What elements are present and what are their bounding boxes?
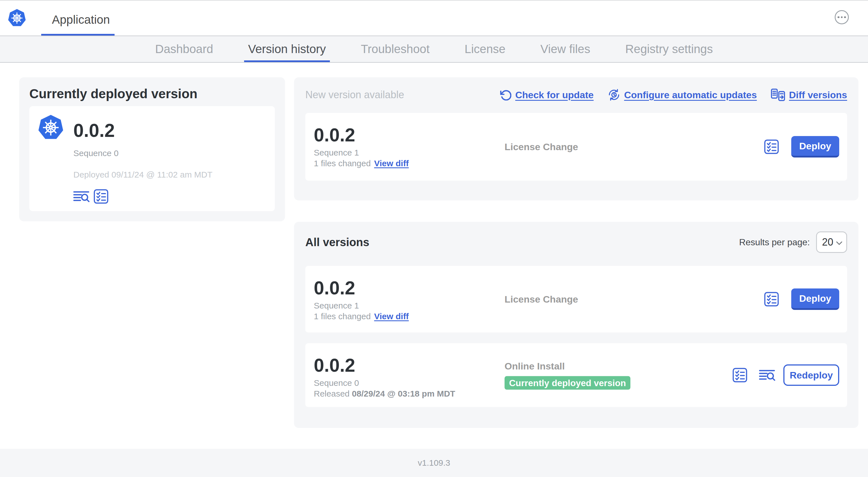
release-notes-icon[interactable]: [733, 368, 747, 383]
logs-icon[interactable]: [73, 191, 90, 202]
sequence-label: Sequence 0: [314, 378, 455, 388]
release-notes-icon[interactable]: [764, 292, 779, 306]
version-source-label: Online Install: [504, 361, 630, 372]
deployed-timestamp: Deployed 09/11/24 @ 11:02 am MDT: [73, 169, 213, 180]
new-version-panel: New version available Check for update C…: [294, 77, 859, 200]
files-changed-label: 1 files changed: [314, 159, 371, 168]
tab-view-files[interactable]: View files: [536, 36, 594, 62]
diff-versions-link[interactable]: Diff versions: [771, 89, 847, 101]
results-per-page-select[interactable]: 20: [816, 232, 847, 253]
diff-icon: [771, 89, 785, 101]
tab-version-history[interactable]: Version history: [244, 36, 330, 62]
refresh-icon: [500, 89, 511, 100]
tab-dashboard[interactable]: Dashboard: [151, 36, 217, 62]
version-number: 0.0.2: [314, 124, 409, 146]
results-per-page-label: Results per page:: [739, 237, 810, 247]
released-timestamp: 08/29/24 @ 03:18 pm MDT: [352, 389, 455, 398]
main-content: Currently deployed version 0.0.2 Sequenc…: [0, 63, 868, 449]
secondary-nav: Dashboard Version history Troubleshoot L…: [0, 35, 868, 63]
currently-deployed-panel: Currently deployed version 0.0.2 Sequenc…: [19, 77, 285, 221]
all-versions-heading: All versions: [305, 236, 739, 249]
version-number: 0.0.2: [314, 277, 409, 299]
version-row: 0.0.2 Sequence 1 1 files changedView dif…: [305, 266, 847, 332]
app-tab-active-indicator: [41, 34, 115, 35]
configure-automatic-updates-link[interactable]: Configure automatic updates: [608, 89, 757, 101]
currently-deployed-heading: Currently deployed version: [29, 86, 285, 101]
currently-deployed-card: 0.0.2 Sequence 0 Deployed 09/11/24 @ 11:…: [29, 106, 275, 211]
release-notes-icon[interactable]: [94, 189, 108, 204]
view-diff-link[interactable]: View diff: [374, 311, 409, 321]
all-versions-panel: All versions Results per page: 20 0.0.2 …: [294, 222, 859, 428]
footer: v1.109.3: [0, 449, 868, 477]
chevron-down-icon: [836, 241, 842, 245]
deploy-button[interactable]: Deploy: [791, 136, 839, 157]
sequence-label: Sequence 0: [73, 148, 213, 159]
version-number: 0.0.2: [314, 355, 455, 376]
files-changed-label: 1 files changed: [314, 311, 371, 321]
released-label: Released: [314, 389, 352, 398]
logs-icon[interactable]: [759, 369, 775, 381]
version-number: 0.0.2: [73, 120, 213, 141]
redeploy-button[interactable]: Redeploy: [783, 364, 839, 386]
console-version: v1.109.3: [417, 458, 450, 468]
new-version-row: 0.0.2 Sequence 1 1 files changedView dif…: [305, 113, 847, 181]
deploy-button[interactable]: Deploy: [791, 289, 839, 310]
release-notes-icon[interactable]: [764, 140, 779, 154]
version-source-label: License Change: [504, 294, 578, 305]
version-source-label: License Change: [504, 141, 578, 152]
check-for-update-link[interactable]: Check for update: [500, 89, 594, 100]
more-options-button[interactable]: [835, 10, 849, 24]
kubernetes-logo: [37, 114, 64, 141]
tab-license[interactable]: License: [461, 36, 509, 62]
sequence-label: Sequence 1: [314, 300, 409, 311]
top-header: Application: [0, 0, 868, 35]
currently-deployed-badge: Currently deployed version: [504, 376, 630, 390]
tab-registry-settings[interactable]: Registry settings: [621, 36, 717, 62]
view-diff-link[interactable]: View diff: [374, 159, 409, 168]
tab-troubleshoot[interactable]: Troubleshoot: [357, 36, 434, 62]
kubernetes-logo: [7, 8, 27, 28]
version-row: 0.0.2 Sequence 0 Released 08/29/24 @ 03:…: [305, 343, 847, 407]
new-version-title: New version available: [305, 89, 500, 101]
sequence-label: Sequence 1: [314, 147, 409, 158]
app-tab-label[interactable]: Application: [52, 13, 110, 27]
auto-update-clock-icon: [608, 89, 620, 101]
